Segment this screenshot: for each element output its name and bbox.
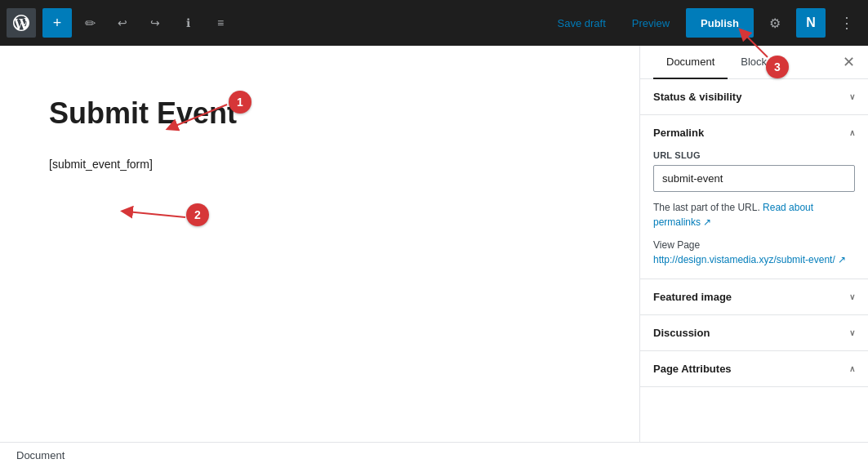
external-link-icon: ↗ — [703, 216, 711, 228]
sidebar-content: Status & visibility ∨ Permalink ∧ URL Sl… — [640, 79, 868, 442]
tab-block[interactable]: Block — [728, 46, 780, 79]
section-permalink-label: Permalink — [653, 127, 704, 139]
section-featured-image-label: Featured image — [653, 291, 732, 303]
section-status-label: Status & visibility — [653, 91, 741, 103]
list-view-button[interactable]: ≡ — [206, 8, 235, 38]
view-page-external-icon: ↗ — [838, 254, 846, 265]
pencil-icon: ✏ — [85, 16, 96, 31]
redo-icon: ↪ — [150, 16, 160, 29]
gear-icon: ⚙ — [769, 16, 781, 31]
more-options-button[interactable]: ⋮ — [832, 8, 861, 38]
toolbar-right: Save draft Preview Publish ⚙ N ⋮ — [548, 8, 861, 38]
chevron-discussion-icon: ∨ — [849, 328, 855, 337]
section-permalink-header[interactable]: Permalink ∧ — [640, 115, 868, 150]
settings-button[interactable]: ⚙ — [760, 8, 790, 38]
list-icon: ≡ — [217, 16, 224, 29]
section-discussion-label: Discussion — [653, 327, 710, 339]
view-page-label: View Page — [653, 239, 855, 251]
section-discussion: Discussion ∨ — [640, 315, 868, 351]
save-draft-button[interactable]: Save draft — [548, 12, 616, 34]
edit-button[interactable]: ✏ — [75, 8, 105, 38]
info-icon: ℹ — [186, 16, 190, 29]
toolbar: + ✏ ↩ ↪ ℹ ≡ Save draft Preview Publish ⚙… — [0, 0, 868, 46]
url-slug-label: URL Slug — [653, 150, 855, 160]
editor-area[interactable]: Submit Event [submit_event_form] 1 2 — [0, 46, 639, 442]
url-slug-input[interactable] — [653, 165, 855, 192]
section-discussion-header[interactable]: Discussion ∨ — [640, 315, 868, 350]
page-title[interactable]: Submit Event — [49, 95, 590, 133]
publish-button[interactable]: Publish — [686, 8, 754, 38]
main-area: Submit Event [submit_event_form] 1 2 — [0, 46, 868, 442]
badge-2: 2 — [186, 203, 209, 226]
section-status-visibility: Status & visibility ∨ — [640, 79, 868, 115]
bottom-bar-label: Document — [16, 449, 65, 461]
section-page-attributes-header[interactable]: Page Attributes ∧ — [640, 351, 868, 386]
close-icon: ✕ — [843, 53, 855, 71]
sidebar-close-button[interactable]: ✕ — [843, 46, 855, 78]
chevron-featured-icon: ∨ — [849, 292, 855, 301]
section-page-attributes-label: Page Attributes — [653, 363, 732, 375]
section-permalink: Permalink ∧ URL Slug The last part of th… — [640, 115, 868, 279]
more-icon: ⋮ — [839, 14, 854, 32]
view-page-link[interactable]: http://design.vistamedia.xyz/submit-even… — [653, 254, 855, 265]
bottom-bar: Document — [0, 442, 868, 468]
info-button[interactable]: ℹ — [173, 8, 203, 38]
add-block-button[interactable]: + — [42, 8, 72, 38]
chevron-page-attr-icon: ∧ — [849, 364, 855, 373]
svg-line-1 — [127, 212, 185, 217]
section-page-attributes: Page Attributes ∧ — [640, 351, 868, 387]
undo-icon: ↩ — [118, 16, 127, 29]
tab-document[interactable]: Document — [653, 46, 728, 79]
n-icon: N — [806, 16, 816, 30]
section-featured-image-header[interactable]: Featured image ∨ — [640, 279, 868, 314]
permalink-description: The last part of the URL. Read about per… — [653, 200, 855, 230]
sidebar: Document Block ✕ Status & visibility ∨ P… — [639, 46, 868, 442]
section-featured-image: Featured image ∨ — [640, 279, 868, 315]
chevron-status-icon: ∨ — [849, 92, 855, 101]
sidebar-tabs: Document Block ✕ — [640, 46, 868, 79]
n-button[interactable]: N — [796, 8, 826, 38]
wp-logo-button[interactable] — [7, 8, 36, 38]
undo-button[interactable]: ↩ — [108, 8, 137, 38]
shortcode-block[interactable]: [submit_event_form] — [49, 158, 590, 171]
preview-button[interactable]: Preview — [622, 12, 679, 34]
section-status-header[interactable]: Status & visibility ∨ — [640, 79, 868, 114]
plus-icon: + — [53, 15, 62, 32]
chevron-permalink-icon: ∧ — [849, 128, 855, 137]
redo-button[interactable]: ↪ — [140, 8, 170, 38]
section-permalink-body: URL Slug The last part of the URL. Read … — [640, 150, 868, 279]
